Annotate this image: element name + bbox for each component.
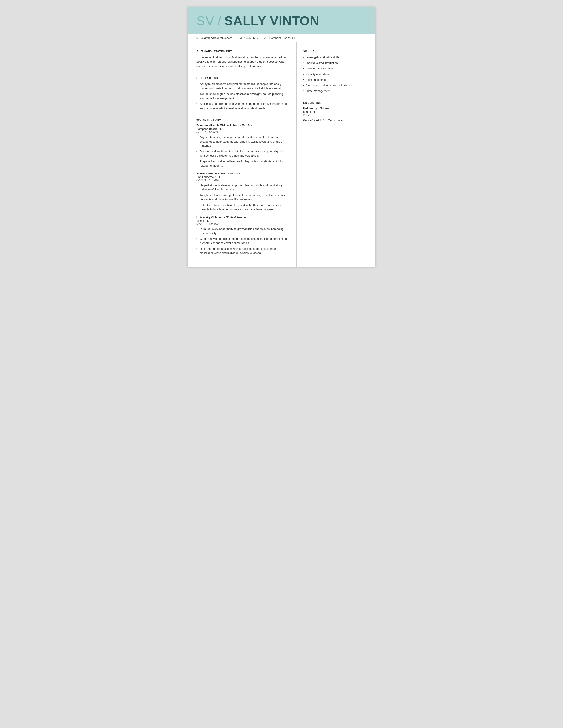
job-bullet-item: Pursued every opportunity to grow abilit… <box>196 227 288 235</box>
header-separator: / <box>218 13 221 28</box>
job-bullet-item: Prepared and delivered lessons for high … <box>196 159 288 168</box>
edu-block: University of Miami Miami, FL 2012 Bache… <box>303 107 369 122</box>
skill-item: Lesson planning <box>303 78 369 82</box>
skills-section: SKILLS Pre-algebra/Algebra skillsIndivid… <box>303 47 369 93</box>
job-bullets: Pursued every opportunity to grow abilit… <box>196 227 288 255</box>
job-employer: Sunrise Middle School <box>196 172 227 175</box>
relevant-skills-section: RELEVANT SKILLS Ability to break down co… <box>196 73 288 110</box>
job-role: Student Teacher <box>226 216 247 219</box>
relevant-skill-item: Top-notch strengths include classroom ov… <box>196 92 288 100</box>
job-dates: 07/2016 - Current <box>196 131 288 134</box>
job-role: Teacher <box>242 124 252 127</box>
email: example@example.com <box>201 36 232 39</box>
job-bullet-item: Aligned teaching techniques and devised … <box>196 135 288 148</box>
job-role: Teacher <box>230 172 240 175</box>
skills-title: SKILLS <box>303 47 369 53</box>
job-bullet-item: Planned and implemented detailed mathema… <box>196 149 288 158</box>
address: Pompano Beach, FL <box>269 36 296 39</box>
edu-year: 2012 <box>303 113 369 117</box>
summary-body: Experienced Middle School Mathematics Te… <box>196 55 288 68</box>
job-bullets: Helped students develop important learni… <box>196 183 288 212</box>
main-content: SUMMARY STATEMENT Experienced Middle Sch… <box>188 42 375 267</box>
job-dates: 09/2011 - 05/2012 <box>196 222 288 225</box>
skill-item: Quality education <box>303 72 369 77</box>
summary-title: SUMMARY STATEMENT <box>196 47 288 53</box>
job-employer: Pompano Beach Middle School <box>196 124 239 127</box>
job-bullet-item: Conferred with qualified teacher to esta… <box>196 237 288 245</box>
relevant-skills-title: RELEVANT SKILLS <box>196 73 288 80</box>
header-name: SALLY VINTON <box>224 13 319 28</box>
job-employer: University Of Miami <box>196 216 223 219</box>
job-title-line: Pompano Beach Middle School - Teacher <box>196 124 288 127</box>
phone: (555) 555-5555 <box>238 36 258 39</box>
skill-item: Verbal and written communication <box>303 83 369 88</box>
skill-item: Problem-solving skills <box>303 66 369 71</box>
job-location: Pompano Beach, FL <box>196 128 288 131</box>
header-banner: SV / SALLY VINTON <box>188 7 375 34</box>
job-block: Pompano Beach Middle School - TeacherPom… <box>196 124 288 168</box>
resume-container: SV / SALLY VINTON E: example@example.com… <box>188 7 375 267</box>
relevant-skill-item: Ability to break down complex mathematic… <box>196 82 288 90</box>
job-dates: 07/2012 - 06/2016 <box>196 179 288 182</box>
skill-item: Pre-algebra/Algebra skills <box>303 55 369 60</box>
email-label: E: <box>196 36 199 39</box>
degree-label: Bachelor of Arts <box>303 118 326 122</box>
work-history-title: WORK HISTORY <box>196 115 288 122</box>
separator-1: | <box>236 36 236 39</box>
right-column: SKILLS Pre-algebra/Algebra skillsIndivid… <box>297 42 375 267</box>
job-bullet-item: Helped students develop important learni… <box>196 183 288 192</box>
summary-section: SUMMARY STATEMENT Experienced Middle Sch… <box>196 47 288 68</box>
edu-location: Miami, FL <box>303 110 369 113</box>
skill-item: Time management <box>303 89 369 93</box>
skill-item: Individualized instruction <box>303 61 369 65</box>
job-bullet-item: Taught students building blocks of mathe… <box>196 193 288 202</box>
education-section: EDUCATION University of Miami Miami, FL … <box>303 98 369 122</box>
edu-school: University of Miami <box>303 107 369 110</box>
jobs-container: Pompano Beach Middle School - TeacherPom… <box>196 124 288 255</box>
job-location: Miami, FL <box>196 219 288 222</box>
job-block: University Of Miami - Student TeacherMia… <box>196 216 288 255</box>
relevant-skill-item: Successful at collaborating with teacher… <box>196 102 288 110</box>
job-bullet-item: Had one-on-one sessions with struggling … <box>196 247 288 255</box>
edu-degree: Bachelor of Arts : Mathematics <box>303 118 369 122</box>
education-container: University of Miami Miami, FL 2012 Bache… <box>303 107 369 122</box>
job-block: Sunrise Middle School - TeacherFort Laud… <box>196 172 288 212</box>
left-column: SUMMARY STATEMENT Experienced Middle Sch… <box>188 42 297 267</box>
education-title: EDUCATION <box>303 98 369 105</box>
separator-2: | <box>261 36 262 39</box>
job-bullet-item: Established and maintained rapport with … <box>196 203 288 212</box>
header-initials: SV <box>196 13 214 28</box>
address-label: A: <box>264 36 267 39</box>
job-location: Fort Lauderdale, FL <box>196 176 288 179</box>
relevant-skills-list: Ability to break down complex mathematic… <box>196 82 288 110</box>
job-title-line: Sunrise Middle School - Teacher <box>196 172 288 175</box>
job-title-line: University Of Miami - Student Teacher <box>196 216 288 219</box>
job-bullets: Aligned teaching techniques and devised … <box>196 135 288 168</box>
contact-bar: E: example@example.com | (555) 555-5555 … <box>188 34 375 42</box>
work-history-section: WORK HISTORY Pompano Beach Middle School… <box>196 115 288 255</box>
skills-list: Pre-algebra/Algebra skillsIndividualized… <box>303 55 369 93</box>
